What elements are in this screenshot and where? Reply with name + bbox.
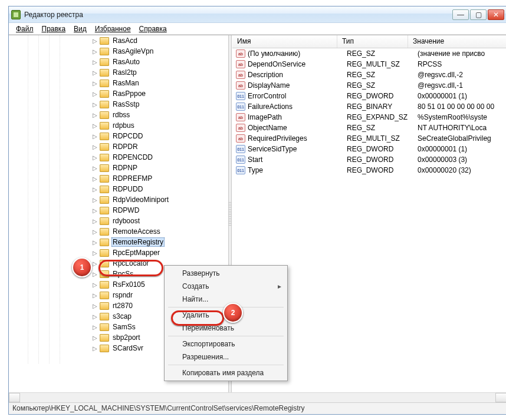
ctx-copy-key-name[interactable]: Копировать имя раздела [166, 366, 286, 379]
value-row[interactable]: 011TypeREG_DWORD0x00000020 (32) [232, 165, 506, 176]
expand-icon[interactable]: ▷ [91, 313, 98, 320]
expand-icon[interactable]: ▷ [91, 217, 98, 224]
close-button[interactable]: ✕ [488, 9, 504, 20]
folder-icon [100, 164, 109, 172]
expand-icon[interactable]: ▷ [91, 69, 98, 76]
tree-item[interactable]: ▷Rasl2tp [9, 67, 229, 78]
string-value-icon: ab [236, 134, 245, 143]
expand-icon[interactable]: ▷ [91, 90, 98, 97]
tree-item[interactable]: ▷RdpVideoMiniport [9, 194, 229, 205]
string-value-icon: ab [236, 60, 245, 68]
tree-item[interactable]: ▷RDPDR [9, 141, 229, 152]
menu-edit[interactable]: Правка [38, 24, 70, 34]
expand-icon[interactable]: ▷ [91, 323, 98, 330]
tree-item[interactable]: ▷RDPREFMP [9, 173, 229, 184]
minimize-button[interactable]: — [452, 9, 469, 20]
annotation-badge-1: 1 [72, 257, 92, 277]
expand-icon[interactable]: ▷ [91, 207, 98, 214]
ctx-export[interactable]: Экспортировать [166, 338, 286, 350]
expand-icon[interactable]: ▷ [91, 270, 98, 277]
expand-icon[interactable]: ▷ [91, 111, 98, 118]
expand-icon[interactable]: ▷ [91, 345, 98, 352]
tree-item[interactable]: ▷RDPCDD [9, 131, 229, 141]
value-row[interactable]: 011ServiceSidTypeREG_DWORD0x00000001 (1) [232, 144, 506, 154]
folder-icon [100, 80, 109, 87]
value-type: REG_MULTI_SZ [347, 60, 418, 68]
value-row[interactable]: 011StartREG_DWORD0x00000003 (3) [232, 154, 506, 165]
expand-icon[interactable]: ▷ [91, 334, 98, 341]
tree-item[interactable]: ▷RemoteAccess [9, 226, 229, 237]
tree-item[interactable]: ▷RDPWD [9, 205, 229, 216]
col-header-value[interactable]: Значение [408, 35, 506, 48]
annotation-ring-1 [98, 260, 163, 276]
value-row[interactable]: abDescriptionREG_SZ@regsvc.dll,-2 [232, 70, 506, 80]
string-value-icon: ab [236, 113, 245, 121]
tree-item[interactable]: ▷RDPUDD [9, 184, 229, 194]
tree-item[interactable]: ▷RasMan [9, 78, 229, 88]
menu-view[interactable]: Вид [70, 24, 90, 34]
menu-help[interactable]: Справка [136, 24, 170, 34]
ctx-find[interactable]: Найти... [166, 293, 286, 306]
tree-item-label: rdyboost [111, 217, 141, 225]
ctx-expand[interactable]: Развернуть [166, 267, 286, 280]
value-row[interactable]: abImagePathREG_EXPAND_SZ%SystemRoot%\sys… [232, 112, 506, 123]
tree-item[interactable]: ▷rdbss [9, 110, 229, 120]
tree-item[interactable]: ▷RasAgileVpn [9, 46, 229, 57]
tree-item[interactable]: ▷rdpbus [9, 120, 229, 131]
value-row[interactable]: ab(По умолчанию)REG_SZ(значение не присв… [232, 48, 506, 59]
regedit-icon [11, 10, 21, 19]
menu-favorites[interactable]: Избранное [91, 24, 134, 34]
tree-item[interactable]: ▷RasPppoe [9, 88, 229, 99]
expand-icon[interactable]: ▷ [91, 80, 98, 87]
expand-icon[interactable]: ▷ [91, 143, 98, 150]
tree-item-label: RDPDR [111, 143, 139, 151]
value-type: REG_SZ [347, 49, 418, 58]
titlebar[interactable]: Редактор реестра — ▢ ✕ [9, 6, 506, 23]
col-header-name[interactable]: Имя [232, 35, 337, 48]
expand-icon[interactable]: ▷ [91, 164, 98, 171]
expand-icon[interactable]: ▷ [91, 260, 98, 267]
menu-file[interactable]: Файл [12, 24, 37, 34]
value-row[interactable]: 011FailureActionsREG_BINARY80 51 01 00 0… [232, 101, 506, 112]
maximize-button[interactable]: ▢ [470, 9, 487, 20]
col-header-type[interactable]: Тип [337, 35, 408, 48]
expand-icon[interactable]: ▷ [91, 228, 98, 235]
expand-icon[interactable]: ▷ [91, 37, 98, 44]
expand-icon[interactable]: ▷ [91, 133, 98, 140]
expand-icon[interactable]: ▷ [91, 281, 98, 288]
expand-icon[interactable]: ▷ [91, 239, 98, 246]
expand-icon[interactable]: ▷ [91, 302, 98, 309]
tree-item-label: RsFx0105 [111, 280, 146, 289]
tree-item[interactable]: ▷RasAuto [9, 57, 229, 67]
expand-icon[interactable]: ▷ [91, 292, 98, 299]
expand-icon[interactable]: ▷ [91, 101, 98, 108]
expand-icon[interactable]: ▷ [91, 249, 98, 256]
value-row[interactable]: 011ErrorControlREG_DWORD0x00000001 (1) [232, 91, 506, 101]
ctx-new[interactable]: Создать [166, 280, 286, 293]
tree-item[interactable]: ▷RasAcd [9, 35, 229, 46]
tree-item[interactable]: ▷RasSstp [9, 99, 229, 110]
tree-item[interactable]: ▷RemoteRegistry [9, 237, 229, 247]
string-value-icon: ab [236, 49, 245, 58]
horizontal-scrollbar[interactable] [9, 392, 506, 402]
expand-icon[interactable]: ▷ [91, 175, 98, 182]
ctx-permissions[interactable]: Разрешения... [166, 350, 286, 363]
expand-icon[interactable]: ▷ [91, 48, 98, 55]
expand-icon[interactable]: ▷ [91, 154, 98, 161]
value-name: ImagePath [248, 113, 347, 121]
tree-item[interactable]: ▷RDPNP [9, 163, 229, 173]
expand-icon[interactable]: ▷ [91, 196, 98, 203]
tree-item[interactable]: ▷RDPENCDD [9, 152, 229, 163]
value-row[interactable]: abDisplayNameREG_SZ@regsvc.dll,-1 [232, 80, 506, 91]
value-data: 0x00000001 (1) [418, 92, 506, 100]
tree-item[interactable]: ▷RpcEptMapper [9, 247, 229, 258]
value-row[interactable]: abObjectNameREG_SZNT AUTHORITY\Loca [232, 123, 506, 133]
value-name: FailureActions [248, 102, 347, 111]
expand-icon[interactable]: ▷ [91, 186, 98, 193]
tree-item-label: sbp2port [111, 333, 142, 342]
expand-icon[interactable]: ▷ [91, 122, 98, 129]
expand-icon[interactable]: ▷ [91, 58, 98, 65]
value-row[interactable]: abRequiredPrivilegesREG_MULTI_SZSeCreate… [232, 133, 506, 144]
tree-item[interactable]: ▷rdyboost [9, 216, 229, 226]
value-row[interactable]: abDependOnServiceREG_MULTI_SZRPCSS [232, 59, 506, 70]
